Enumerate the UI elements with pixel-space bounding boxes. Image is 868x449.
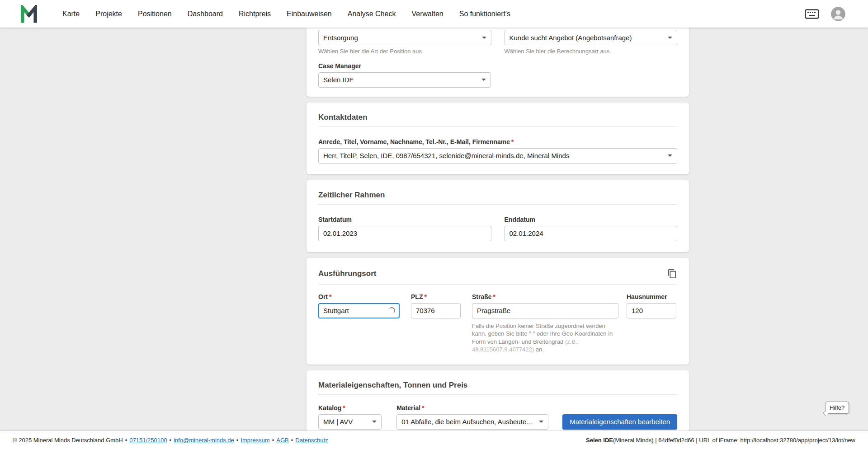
- positionsart-select[interactable]: Entsorgung: [318, 30, 491, 45]
- ort-label-text: Ort: [318, 293, 328, 300]
- required-marker: *: [329, 293, 331, 300]
- material-card: Materialeigenschaften, Tonnen und Preis …: [307, 370, 689, 431]
- nav-item-positionen[interactable]: Positionen: [138, 10, 172, 18]
- app-logo[interactable]: [20, 5, 38, 23]
- footer-separator: •: [291, 437, 293, 444]
- strasse-label-text: Straße: [472, 293, 492, 300]
- strasse-input[interactable]: [472, 303, 618, 318]
- navbar: Karte Projekte Positionen Dashboard Rich…: [0, 0, 868, 28]
- nav-item-projekte[interactable]: Projekte: [95, 10, 122, 18]
- enddatum-input[interactable]: [505, 226, 678, 241]
- case-manager-select[interactable]: Selen IDE: [318, 72, 491, 88]
- position-settings-card: Entsorgung Wählen Sie hier die Art der P…: [307, 28, 689, 97]
- required-marker: *: [343, 404, 345, 412]
- footer: © 2025 Mineral Minds Deutschland GmbH • …: [0, 431, 868, 449]
- required-marker: *: [511, 138, 514, 145]
- material-label: Material*: [396, 405, 548, 412]
- katalog-label: Katalog*: [318, 405, 382, 412]
- berechnungsart-helper-text: Wählen Sie hier die Berechnungsart aus.: [505, 47, 678, 56]
- loading-spinner-icon: [388, 307, 395, 314]
- footer-datenschutz-link[interactable]: Datenschutz: [295, 437, 328, 444]
- ausfuehrungsort-card: Ausführungsort Ort*: [307, 258, 689, 365]
- footer-phone-link[interactable]: 07151/250100: [129, 437, 167, 444]
- footer-session-info: Selen IDE (Mineral Minds) | 64dfef0d2d66…: [586, 437, 855, 444]
- ort-field-wrapper: [318, 303, 400, 318]
- chevron-down-icon: [668, 154, 672, 157]
- berechnungsart-select-value: Kunde sucht Angebot (Angebotsanfrage): [509, 34, 632, 42]
- page-body: Entsorgung Wählen Sie hier die Art der P…: [0, 28, 868, 431]
- plz-label-text: PLZ: [411, 293, 423, 300]
- footer-separator: •: [236, 437, 239, 444]
- strasse-helper-suffix: an.: [534, 346, 544, 353]
- katalog-select[interactable]: MM | AVV: [318, 414, 382, 430]
- ort-input[interactable]: [323, 307, 388, 314]
- required-marker: *: [493, 293, 495, 300]
- chevron-down-icon: [372, 421, 377, 423]
- footer-impressum-link[interactable]: Impressum: [241, 437, 269, 444]
- required-marker: *: [424, 293, 426, 300]
- nav-item-einbauweisen[interactable]: Einbauweisen: [287, 10, 332, 18]
- mineral-minds-logo-icon: [20, 5, 38, 23]
- navbar-actions: [805, 7, 845, 21]
- contact-select[interactable]: Herr, TitelP, Selen, IDE, 0987/654321, s…: [318, 148, 677, 164]
- zeitlicher-rahmen-card: Zeitlicher Rahmen Startdatum Enddatum: [307, 180, 689, 252]
- footer-user-name: Selen IDE: [586, 437, 613, 444]
- positionsart-select-value: Entsorgung: [323, 34, 358, 42]
- nav-item-verwalten[interactable]: Verwalten: [411, 10, 443, 18]
- berechnungsart-select[interactable]: Kunde sucht Angebot (Angebotsanfrage): [505, 30, 678, 45]
- help-button[interactable]: Hilfe?: [825, 402, 849, 414]
- plz-input[interactable]: [411, 303, 461, 318]
- chevron-down-icon: [539, 421, 543, 423]
- main-navigation: Karte Projekte Positionen Dashboard Rich…: [62, 10, 510, 18]
- footer-agb-link[interactable]: AGB: [276, 437, 288, 444]
- chevron-down-icon: [482, 37, 486, 39]
- chevron-down-icon: [481, 79, 486, 81]
- copy-address-button[interactable]: [667, 269, 677, 279]
- kontaktdaten-title: Kontaktdaten: [318, 113, 677, 121]
- footer-separator: •: [125, 437, 127, 444]
- divider: [318, 394, 677, 395]
- nav-item-richtpreis[interactable]: Richtpreis: [239, 10, 271, 18]
- material-select-value: 01 Abfälle, die beim Aufsuchen, Ausbeute…: [401, 418, 535, 426]
- material-select[interactable]: 01 Abfälle, die beim Aufsuchen, Ausbeute…: [396, 414, 548, 430]
- ort-label: Ort*: [318, 294, 400, 300]
- plz-label: PLZ*: [411, 294, 461, 300]
- footer-separator: •: [272, 437, 274, 444]
- material-label-text: Material: [396, 404, 420, 412]
- hausnummer-input[interactable]: [627, 303, 676, 318]
- copy-icon: [667, 269, 677, 279]
- keyboard-button[interactable]: [805, 9, 819, 19]
- ausfuehrungsort-title: Ausführungsort: [318, 270, 376, 277]
- strasse-helper-text: Falls die Position keiner Straße zugeord…: [472, 322, 618, 354]
- startdatum-input[interactable]: [318, 226, 491, 241]
- nav-item-so-funktionierts[interactable]: So funktioniert's: [459, 10, 510, 18]
- divider: [318, 204, 677, 205]
- divider: [318, 126, 677, 127]
- person-icon: [831, 7, 845, 21]
- materialeigenschaften-bearbeiten-button[interactable]: Materialeigenschaften bearbeiten: [562, 414, 677, 430]
- contact-label-text: Anrede, Titel, Vorname, Nachname, Tel.-N…: [318, 138, 510, 145]
- footer-email-link[interactable]: info@mineral-minds.de: [174, 437, 234, 444]
- nav-item-karte[interactable]: Karte: [62, 10, 80, 18]
- katalog-select-value: MM | AVV: [323, 418, 353, 426]
- nav-item-analyse-check[interactable]: Analyse Check: [348, 10, 396, 18]
- zeitlicher-rahmen-title: Zeitlicher Rahmen: [318, 191, 677, 199]
- keyboard-icon: [805, 9, 819, 19]
- footer-copyright: © 2025 Mineral Minds Deutschland GmbH: [13, 437, 123, 444]
- case-manager-select-value: Selen IDE: [323, 76, 354, 84]
- required-marker: *: [422, 404, 424, 412]
- chevron-down-icon: [668, 37, 672, 39]
- strasse-helper-main: Falls die Position keiner Straße zugeord…: [472, 323, 613, 345]
- startdatum-label: Startdatum: [318, 216, 491, 223]
- katalog-label-text: Katalog: [318, 404, 341, 412]
- footer-left: © 2025 Mineral Minds Deutschland GmbH • …: [13, 437, 328, 444]
- user-avatar-button[interactable]: [831, 7, 845, 21]
- footer-separator: •: [169, 437, 171, 444]
- enddatum-label: Enddatum: [505, 216, 678, 223]
- kontaktdaten-card: Kontaktdaten Anrede, Titel, Vorname, Nac…: [307, 103, 689, 174]
- divider: [318, 284, 677, 285]
- nav-item-dashboard[interactable]: Dashboard: [188, 10, 223, 18]
- case-manager-label: Case Manager: [318, 63, 677, 70]
- contact-label: Anrede, Titel, Vorname, Nachname, Tel.-N…: [318, 139, 677, 145]
- hausnummer-label: Hausnummer: [627, 294, 676, 300]
